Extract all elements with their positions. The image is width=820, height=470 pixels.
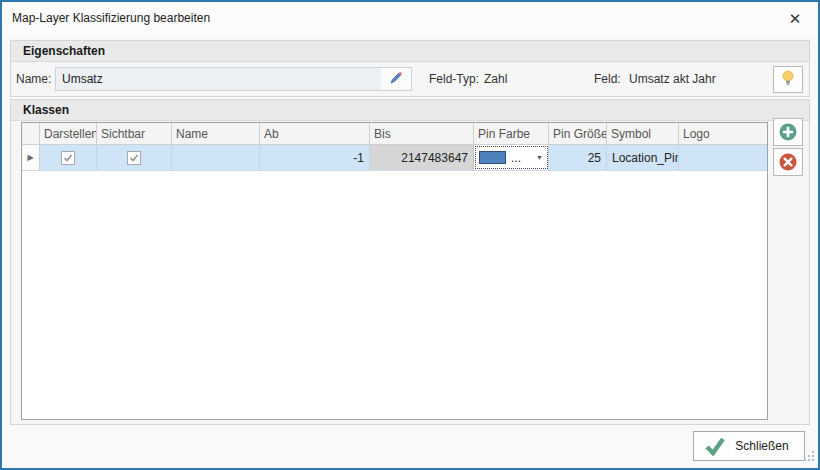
classes-group-header: Klassen bbox=[11, 100, 809, 121]
field-type-label: Feld-Typ: bbox=[429, 72, 479, 86]
cell-darstellen bbox=[40, 145, 97, 170]
name-input[interactable]: Umsatz bbox=[55, 67, 412, 91]
color-ellipsis: ... bbox=[511, 151, 521, 165]
pencil-icon bbox=[388, 70, 404, 89]
column-header-bis[interactable]: Bis bbox=[370, 123, 474, 144]
check-icon bbox=[128, 152, 140, 164]
properties-group-header: Eigenschaften bbox=[11, 41, 809, 62]
cell-pin-groesse[interactable]: 25 bbox=[549, 145, 607, 170]
column-header-name[interactable]: Name bbox=[172, 123, 260, 144]
column-header-pin-groesse[interactable]: Pin Größe bbox=[549, 123, 607, 144]
table-row[interactable]: ▶ -1 21474836 bbox=[22, 145, 767, 171]
check-icon bbox=[62, 152, 74, 164]
column-header-sichtbar[interactable]: Sichtbar bbox=[97, 123, 172, 144]
delete-x-icon bbox=[778, 152, 798, 172]
darstellen-checkbox[interactable] bbox=[61, 151, 75, 165]
column-header-pin-farbe[interactable]: Pin Farbe bbox=[474, 123, 549, 144]
cell-sichtbar bbox=[97, 145, 172, 170]
field-value: Umsatz akt Jahr bbox=[629, 72, 716, 86]
add-class-button[interactable] bbox=[773, 118, 803, 146]
cell-symbol[interactable]: Location_Pin bbox=[607, 145, 679, 170]
close-button-label: Schließen bbox=[726, 439, 804, 453]
pin-color-dropdown[interactable]: ... ▼ bbox=[474, 145, 549, 170]
title-bar: Map-Layer Klassifizierung bearbeiten ✕ bbox=[2, 2, 818, 36]
dialog-title: Map-Layer Klassifizierung bearbeiten bbox=[12, 11, 210, 25]
map-layer-classification-dialog: Map-Layer Klassifizierung bearbeiten ✕ E… bbox=[0, 0, 820, 470]
close-icon[interactable]: ✕ bbox=[784, 8, 806, 30]
column-header-symbol[interactable]: Symbol bbox=[607, 123, 679, 144]
resize-grip-icon[interactable] bbox=[804, 451, 815, 465]
column-header-logo[interactable]: Logo bbox=[679, 123, 766, 144]
column-header-ab[interactable]: Ab bbox=[260, 123, 370, 144]
plus-icon bbox=[778, 122, 798, 142]
classes-group: Klassen Darstellen Sichtbar Name Ab Bis … bbox=[10, 99, 810, 425]
row-indicator-icon: ▶ bbox=[22, 145, 40, 170]
color-swatch bbox=[479, 151, 506, 164]
classes-grid: Darstellen Sichtbar Name Ab Bis Pin Farb… bbox=[21, 122, 768, 420]
cell-bis[interactable]: 2147483647 bbox=[370, 145, 474, 170]
grid-header-row: Darstellen Sichtbar Name Ab Bis Pin Farb… bbox=[22, 123, 767, 145]
column-header-darstellen[interactable]: Darstellen bbox=[40, 123, 97, 144]
close-dialog-button[interactable]: Schließen bbox=[693, 431, 805, 461]
checkmark-icon bbox=[704, 436, 726, 456]
properties-group: Eigenschaften Name: Umsatz Feld-Typ: Zah… bbox=[10, 40, 810, 97]
delete-class-button[interactable] bbox=[773, 148, 803, 176]
cell-logo[interactable] bbox=[679, 145, 766, 170]
lightbulb-icon bbox=[780, 69, 796, 90]
name-input-value: Umsatz bbox=[56, 72, 381, 86]
cell-name[interactable] bbox=[172, 145, 260, 170]
column-header-indicator bbox=[22, 123, 40, 144]
name-label: Name: bbox=[16, 72, 51, 86]
chevron-down-icon: ▼ bbox=[536, 154, 543, 161]
field-type-value: Zahl bbox=[484, 72, 507, 86]
cell-ab[interactable]: -1 bbox=[260, 145, 370, 170]
edit-name-button[interactable] bbox=[381, 68, 411, 90]
hint-button[interactable] bbox=[773, 66, 803, 93]
sichtbar-checkbox[interactable] bbox=[127, 151, 141, 165]
field-label: Feld: bbox=[594, 72, 621, 86]
